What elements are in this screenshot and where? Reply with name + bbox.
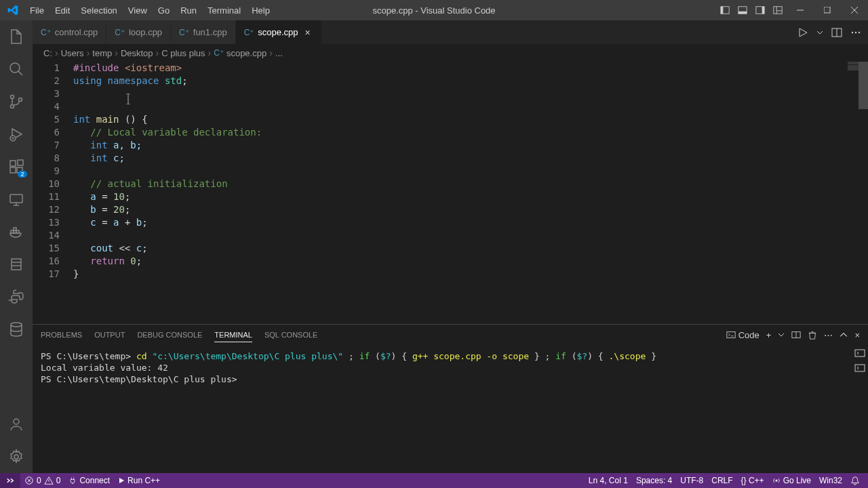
- split-editor-icon[interactable]: [830, 26, 844, 39]
- menu-help[interactable]: Help: [246, 0, 275, 20]
- status-connect[interactable]: Connect: [68, 476, 110, 485]
- breadcrumb-item[interactable]: temp: [92, 48, 112, 58]
- svg-rect-45: [855, 365, 865, 371]
- svg-point-40: [859, 31, 860, 33]
- title-bar: File Edit Selection View Go Run Terminal…: [0, 0, 868, 20]
- toggle-panel-icon[interactable]: [734, 0, 751, 20]
- svg-point-16: [11, 105, 14, 108]
- more-actions-icon[interactable]: ⋯: [824, 330, 833, 340]
- run-file-icon[interactable]: [796, 26, 810, 39]
- status-language[interactable]: {} C++: [741, 476, 764, 485]
- chevron-down-icon[interactable]: [815, 28, 825, 37]
- status-platform[interactable]: Win32: [819, 476, 842, 485]
- svg-point-39: [855, 31, 856, 33]
- cpp-file-icon: C⁺: [115, 28, 125, 37]
- window-close-icon[interactable]: [841, 0, 868, 20]
- svg-point-17: [19, 98, 22, 102]
- breadcrumb-file[interactable]: C⁺ scope.cpp: [214, 48, 267, 58]
- more-actions-icon[interactable]: [849, 26, 863, 39]
- toggle-secondary-sidebar-icon[interactable]: [751, 0, 769, 20]
- breadcrumb-item[interactable]: C plus plus: [161, 48, 205, 58]
- svg-point-34: [14, 419, 19, 424]
- customize-layout-icon[interactable]: [769, 0, 787, 20]
- panel-tab-output[interactable]: OUTPUT: [94, 328, 125, 342]
- vertical-scrollbar[interactable]: [859, 62, 868, 109]
- status-cursor-position[interactable]: Ln 4, Col 1: [589, 476, 628, 485]
- panel-tab-sql[interactable]: SQL CONSOLE: [264, 328, 317, 342]
- new-terminal-icon[interactable]: +: [766, 330, 772, 340]
- svg-rect-20: [10, 167, 16, 173]
- terminal-side-icon[interactable]: [854, 363, 865, 373]
- svg-point-13: [10, 63, 20, 73]
- code-content[interactable]: #include <iostream> using namespace std;…: [73, 62, 868, 324]
- svg-point-33: [11, 323, 22, 327]
- menu-file[interactable]: File: [24, 0, 50, 20]
- tab-fun1[interactable]: C⁺fun1.cpp: [171, 20, 236, 44]
- cpp-file-icon: C⁺: [41, 28, 51, 37]
- tab-close-icon[interactable]: ×: [302, 27, 313, 38]
- activity-source-control-icon[interactable]: [0, 85, 33, 118]
- status-eol[interactable]: CRLF: [711, 476, 732, 485]
- breadcrumb-item[interactable]: Desktop: [121, 48, 153, 58]
- activity-docker-icon[interactable]: [0, 216, 33, 248]
- status-problems[interactable]: 0 0: [24, 476, 60, 485]
- terminal-selector[interactable]: Code: [726, 330, 760, 340]
- menu-terminal[interactable]: Terminal: [202, 0, 246, 20]
- toggle-primary-sidebar-icon[interactable]: [716, 0, 734, 20]
- tab-label: fun1.cpp: [193, 27, 227, 37]
- tab-scope[interactable]: C⁺scope.cpp×: [236, 20, 322, 44]
- svg-rect-3: [738, 12, 747, 14]
- breadcrumb[interactable]: C:› Users› temp› Desktop› C plus plus› C…: [33, 44, 868, 62]
- status-notifications-icon[interactable]: [850, 476, 860, 485]
- tab-control[interactable]: C⁺control.cpp: [33, 20, 106, 44]
- svg-rect-19: [10, 161, 16, 166]
- menu-view[interactable]: View: [123, 0, 153, 20]
- terminal-content[interactable]: PS C:\Users\temp> cd "c:\Users\temp\Desk…: [33, 345, 868, 473]
- terminal-side-icon[interactable]: [854, 348, 865, 359]
- menu-edit[interactable]: Edit: [50, 0, 75, 20]
- breadcrumb-item[interactable]: Users: [61, 48, 84, 58]
- close-panel-icon[interactable]: ×: [854, 330, 860, 340]
- panel-tab-debug[interactable]: DEBUG CONSOLE: [137, 328, 202, 342]
- editor-area: C⁺control.cpp C⁺loop.cpp C⁺fun1.cpp C⁺sc…: [33, 20, 868, 473]
- window-maximize-icon[interactable]: [814, 0, 841, 20]
- menu-go[interactable]: Go: [153, 0, 175, 20]
- status-indentation[interactable]: Spaces: 4: [636, 476, 672, 485]
- activity-extensions-icon[interactable]: 2: [0, 150, 33, 183]
- svg-point-15: [11, 96, 14, 99]
- activity-explorer-icon[interactable]: [0, 20, 33, 53]
- activity-sql-icon[interactable]: [0, 248, 33, 281]
- activity-search-icon[interactable]: [0, 53, 33, 85]
- activity-bar: 2: [0, 20, 33, 473]
- tab-label: scope.cpp: [258, 27, 298, 37]
- chevron-down-icon[interactable]: [778, 331, 785, 338]
- status-run-cpp[interactable]: Run C++: [118, 476, 160, 485]
- activity-settings-icon[interactable]: [0, 441, 33, 473]
- text-cursor-icon: [125, 94, 132, 104]
- status-encoding[interactable]: UTF-8: [680, 476, 703, 485]
- activity-remote-icon[interactable]: [0, 183, 33, 216]
- breadcrumb-item[interactable]: C:: [43, 48, 52, 58]
- panel-tab-problems[interactable]: PROBLEMS: [41, 328, 82, 342]
- svg-line-14: [18, 71, 22, 75]
- code-editor[interactable]: 1 2 3 4 5 6 7 8 9 10 11 12 13 14 15 16 1…: [33, 62, 868, 324]
- panel-tab-terminal[interactable]: TERMINAL: [214, 328, 252, 342]
- activity-python-icon[interactable]: [0, 281, 33, 313]
- activity-db-icon[interactable]: [0, 313, 33, 346]
- menu-run[interactable]: Run: [175, 0, 202, 20]
- minimap[interactable]: [848, 62, 859, 74]
- tab-label: loop.cpp: [129, 27, 162, 37]
- breadcrumb-trail[interactable]: ...: [275, 48, 283, 58]
- split-terminal-icon[interactable]: [791, 330, 801, 340]
- activity-run-debug-icon[interactable]: [0, 118, 33, 150]
- status-golive[interactable]: Go Live: [772, 476, 811, 485]
- activity-accounts-icon[interactable]: [0, 408, 33, 441]
- kill-terminal-icon[interactable]: [808, 330, 817, 340]
- broadcast-icon: [772, 476, 781, 485]
- tab-loop[interactable]: C⁺loop.cpp: [106, 20, 171, 44]
- maximize-panel-icon[interactable]: [840, 331, 848, 339]
- svg-rect-22: [18, 160, 23, 165]
- window-minimize-icon[interactable]: [787, 0, 814, 20]
- menu-selection[interactable]: Selection: [75, 0, 122, 20]
- remote-indicator-icon[interactable]: [0, 473, 20, 488]
